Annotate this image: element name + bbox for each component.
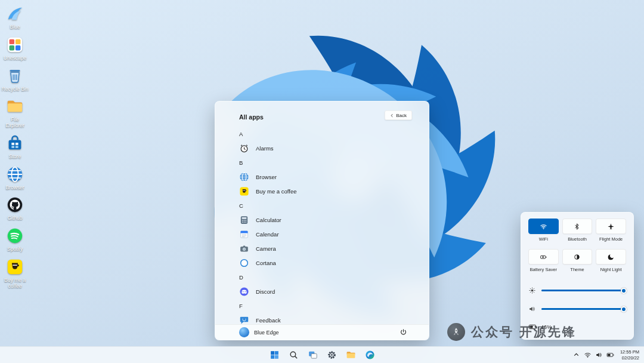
user-account[interactable]: Blue Edge (239, 327, 279, 337)
wifi-toggle[interactable] (528, 219, 559, 234)
night-light-toggle-cell: Night Light (596, 249, 626, 272)
search-icon (289, 350, 299, 360)
airplane-icon (607, 223, 615, 230)
flight-mode-toggle-cell: Flight Mode (596, 219, 626, 242)
app-item-browser[interactable]: Browser (239, 170, 429, 184)
app-item-discord[interactable]: Discord (239, 284, 429, 299)
wifi-icon (540, 223, 547, 230)
desktop-icon-label: Recycle Bin (2, 87, 29, 93)
theme-toggle[interactable] (562, 249, 593, 264)
desktop-icon-github[interactable]: Github (1, 196, 29, 222)
desktop-icon-spotify[interactable]: Spotify (1, 227, 29, 253)
gear-icon (327, 350, 337, 360)
edge-browser-button[interactable] (363, 348, 377, 362)
start-menu: All apps Back A Alarms B Browser Buy me … (215, 101, 429, 340)
desktop-icon-label: File Explorer (1, 117, 29, 129)
taskbar-center-icons (267, 347, 377, 363)
calendar-icon (239, 229, 249, 239)
tray-battery-icon[interactable] (606, 351, 614, 359)
battery-saver-toggle[interactable] (528, 249, 559, 264)
search-button[interactable] (286, 348, 301, 362)
power-icon (400, 328, 407, 336)
buy-me-a-coffee-icon (6, 258, 24, 276)
all-apps-list: A Alarms B Browser Buy me a coffee C Cal… (215, 124, 429, 324)
power-button[interactable] (398, 327, 408, 338)
desktop-icon-label: Browser (5, 185, 24, 191)
battery-icon (528, 322, 537, 331)
night-light-toggle[interactable] (596, 249, 626, 264)
chevron-left-icon (390, 113, 394, 118)
app-item-buy-me-a-coffee[interactable]: Buy me a coffee (239, 184, 429, 198)
theme-contrast-icon (573, 253, 581, 261)
bluetooth-toggle-cell: Bluetooth (562, 219, 593, 242)
letter-header-a[interactable]: A (239, 127, 429, 141)
desktop-icon-unescape[interactable]: Unescape (1, 36, 29, 61)
recycle-bin-icon (6, 67, 24, 85)
app-item-feedback[interactable]: Feedback (239, 313, 429, 324)
file-explorer-button[interactable] (343, 348, 358, 362)
settings-button[interactable] (324, 348, 339, 362)
flight-mode-toggle[interactable] (596, 219, 626, 234)
letter-header-d[interactable]: D (239, 270, 429, 284)
desktop-icon-label: Github (7, 216, 22, 222)
quick-settings-grid: WiFi Bluetooth Flight Mode Battery Saver… (528, 219, 626, 272)
desktop-icon-store[interactable]: Store (1, 134, 29, 160)
app-item-calendar[interactable]: Calendar (239, 227, 429, 241)
moon-icon (607, 253, 615, 261)
wifi-toggle-cell: WiFi (528, 219, 559, 242)
brightness-sun-icon (528, 287, 536, 294)
file-explorer-icon (6, 97, 24, 115)
battery-saver-icon (540, 253, 547, 261)
app-item-cortana[interactable]: Cortana (239, 256, 429, 270)
browser-icon (6, 165, 24, 183)
volume-slider-thumb[interactable] (621, 306, 627, 312)
system-tray: 12:55 PM 02/20/22 (572, 347, 642, 363)
desktop-icon-label: Store (9, 154, 21, 160)
letter-header-c[interactable]: C (239, 198, 429, 213)
clock-time: 12:55 PM (620, 349, 639, 355)
app-item-alarms[interactable]: Alarms (239, 141, 429, 155)
letter-header-b[interactable]: B (239, 155, 429, 170)
taskbar-clock[interactable]: 12:55 PM 02/20/22 (618, 349, 642, 361)
github-icon (6, 196, 24, 214)
desktop-icon-browser[interactable]: Browser (1, 165, 29, 191)
bluetooth-icon (573, 223, 581, 230)
edge-icon (365, 350, 375, 360)
alarms-icon (239, 143, 249, 153)
app-item-camera[interactable]: Camera (239, 241, 429, 256)
desktop-icon-label: Unescape (4, 56, 26, 61)
desktop-icon-file-explorer[interactable]: File Explorer (1, 97, 29, 129)
desktop-icon-blue[interactable]: Blue (1, 5, 29, 30)
quick-settings-panel: WiFi Bluetooth Flight Mode Battery Saver… (521, 212, 634, 340)
tray-volume-icon[interactable] (595, 351, 603, 359)
letter-header-f[interactable]: F (239, 299, 429, 313)
folder-icon (346, 350, 356, 360)
tray-chevron-up-icon[interactable] (572, 351, 580, 359)
desktop-icon-recycle-bin[interactable]: Recycle Bin (1, 67, 29, 93)
bluetooth-toggle[interactable] (562, 219, 593, 234)
buy-me-a-coffee-icon (239, 186, 249, 196)
desktop-icon-column: Blue Unescape Recycle Bin File Explorer … (1, 5, 29, 289)
all-apps-title: All apps (239, 113, 264, 121)
tray-wifi-icon[interactable] (584, 351, 592, 359)
desktop-icon-label: Buy me a coffee (1, 278, 29, 290)
back-button[interactable]: Back (385, 110, 412, 120)
user-name: Blue Edge (254, 330, 279, 336)
brightness-slider[interactable] (541, 290, 626, 291)
store-icon (6, 134, 24, 152)
calculator-icon (239, 215, 249, 225)
clock-date: 02/20/22 (620, 355, 639, 361)
task-view-button[interactable] (305, 348, 320, 362)
start-menu-header: All apps Back (215, 101, 429, 124)
battery-saver-toggle-cell: Battery Saver (528, 249, 559, 272)
app-item-calculator[interactable]: Calculator (239, 213, 429, 227)
start-menu-footer: Blue Edge (215, 324, 429, 340)
theme-toggle-cell: Theme (562, 249, 593, 272)
desktop-icon-buy-me-a-coffee[interactable]: Buy me a coffee (1, 258, 29, 290)
brightness-slider-thumb[interactable] (621, 288, 627, 294)
desktop-icon-label: Spotify (7, 247, 23, 253)
cortana-icon (239, 258, 249, 268)
volume-slider[interactable] (541, 308, 626, 310)
spotify-icon (6, 227, 24, 245)
start-button[interactable] (267, 348, 281, 362)
